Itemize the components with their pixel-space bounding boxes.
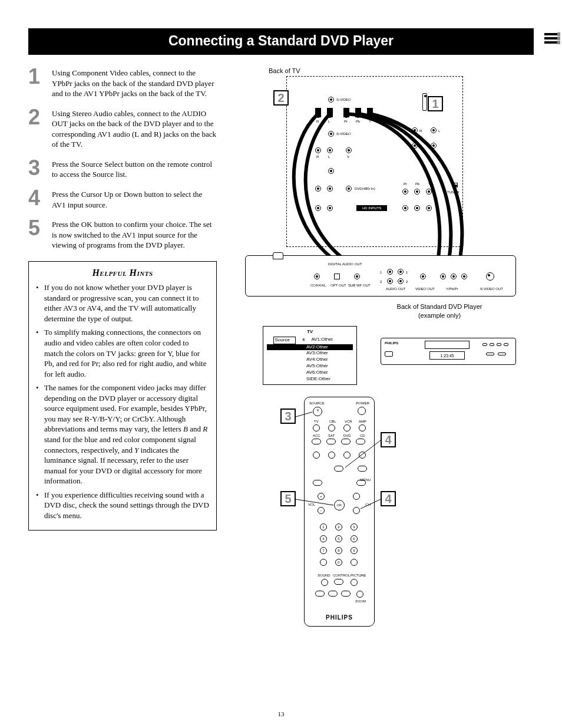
svg-rect-0 (544, 33, 557, 35)
page-title-bar: Connecting a Standard DVD Player (28, 28, 534, 55)
hint-item: If you do not know whether your DVD play… (36, 282, 209, 324)
hint-item: If you experience difficulties receiving… (36, 490, 209, 521)
step-number: 2 (28, 107, 45, 150)
jack-ao-l2 (387, 278, 393, 284)
leader-lines (233, 397, 410, 526)
dvd-time-display: 1:23:45 (429, 351, 465, 360)
step-number: 1 (28, 67, 45, 99)
label-audio-out: AUDIO OUT (386, 286, 405, 291)
jack-coaxial (314, 274, 320, 279)
step-text: Press the OK button to confirm your choi… (52, 218, 217, 251)
svg-rect-9 (355, 108, 361, 117)
step-text: Press the Cursor Up or Down button to se… (52, 188, 217, 210)
remote-brand: PHILIPS (305, 614, 374, 622)
jack-ao-l1 (387, 269, 393, 275)
step-number: 3 (28, 158, 45, 180)
jack-y-out (440, 274, 446, 279)
svg-rect-6 (315, 108, 321, 117)
jack-pb-out (451, 274, 457, 279)
step-2: 2 Using Stereo Audio cables, connect to … (28, 107, 217, 150)
hints-title: Helpful Hints (36, 266, 209, 279)
osd-row: AV6:Other (306, 370, 342, 376)
page-number: 13 (0, 710, 562, 719)
svg-rect-2 (544, 41, 557, 44)
label-ypbpr-out: Y/Pb/Pr (446, 286, 458, 291)
svg-rect-7 (327, 108, 333, 117)
svg-line-18 (296, 499, 333, 505)
label-svideo-out: S-VIDEO OUT (480, 286, 503, 291)
label-sub: SUB WF OUT (348, 283, 371, 288)
osd-source-list: TV Source✳AV1:Other AV2:Other AV3:Other … (263, 326, 357, 385)
main-columns: 1 Using Component Video cables, connect … (28, 67, 534, 638)
label-video-out: VIDEO OUT (415, 286, 435, 291)
back-of-dvd-label: Back of Standard DVD Player (example onl… (375, 302, 504, 320)
label-opt: OPT OUT (330, 283, 346, 288)
connectors-icon (543, 29, 561, 47)
power-button-icon (385, 351, 393, 357)
label-digital-audio: DIGITAL AUDIO OUT (328, 262, 362, 266)
dvd-front-panel: PHILIPS 1:23:45 (381, 338, 516, 365)
step-number: 4 (28, 188, 45, 210)
vent-icon (273, 252, 283, 259)
step-4: 4 Press the Cursor Up or Down button to … (28, 188, 217, 210)
svg-line-19 (361, 499, 381, 509)
jack-ao-r1 (398, 269, 404, 275)
page-title: Connecting a Standard DVD Player (168, 33, 394, 48)
dvd-back-panel: DIGITAL AUDIO OUT COAXIAL OPT OUT SUB WF… (245, 255, 516, 297)
osd-row: AV5:Other (306, 363, 342, 370)
step-number: 5 (28, 218, 45, 251)
osd-row: AV3:Other (306, 350, 342, 357)
step-text: Using Stereo Audio cables, connect to th… (52, 107, 217, 150)
hint-text: The names for the component video jacks … (44, 383, 207, 485)
dvd-brand-label: PHILIPS (385, 341, 398, 345)
jack-svideo-out (486, 272, 494, 281)
svg-rect-4 (557, 37, 560, 40)
jack-pr-out (461, 274, 467, 279)
osd-row: SIDE:Other (306, 376, 342, 383)
step-text: Using Component Video cables, connect to… (52, 67, 217, 99)
svg-rect-8 (343, 108, 349, 117)
tray-slot (425, 341, 470, 349)
osd-row: AV2:Other (306, 344, 342, 351)
osd-row: AV1:Other (312, 337, 347, 344)
svg-line-16 (296, 412, 312, 417)
svg-rect-1 (544, 37, 557, 39)
right-column: Back of TV S-VIDEO R L Pr Pb Y (233, 67, 534, 638)
jack-cvbs-out (420, 274, 426, 279)
hint-item: The names for the component video jacks … (36, 383, 209, 486)
step-text: Press the Source Select button on the re… (52, 158, 217, 180)
osd-header: TV (267, 329, 353, 335)
hint-item: To simplify making connections, the conn… (36, 327, 209, 379)
step-5: 5 Press the OK button to confirm your ch… (28, 218, 217, 251)
label-coax: COAXIAL (310, 283, 326, 288)
jack-ao-r2 (398, 278, 404, 284)
osd-source-label: Source (273, 337, 296, 344)
svg-line-17 (345, 440, 381, 467)
jack-optical (334, 274, 340, 279)
svg-rect-3 (557, 32, 560, 36)
svg-rect-10 (367, 108, 373, 117)
svg-rect-5 (557, 41, 560, 44)
step-3: 3 Press the Source Select button on the … (28, 158, 217, 180)
helpful-hints-box: Helpful Hints If you do not know whether… (28, 261, 217, 531)
osd-row: AV4:Other (306, 357, 342, 363)
left-column: 1 Using Component Video cables, connect … (28, 67, 217, 638)
hints-list: If you do not know whether your DVD play… (36, 282, 209, 521)
connection-diagram: Back of TV S-VIDEO R L Pr Pb Y (233, 67, 516, 638)
step-1: 1 Using Component Video cables, connect … (28, 67, 217, 99)
jack-subwf (354, 274, 360, 279)
